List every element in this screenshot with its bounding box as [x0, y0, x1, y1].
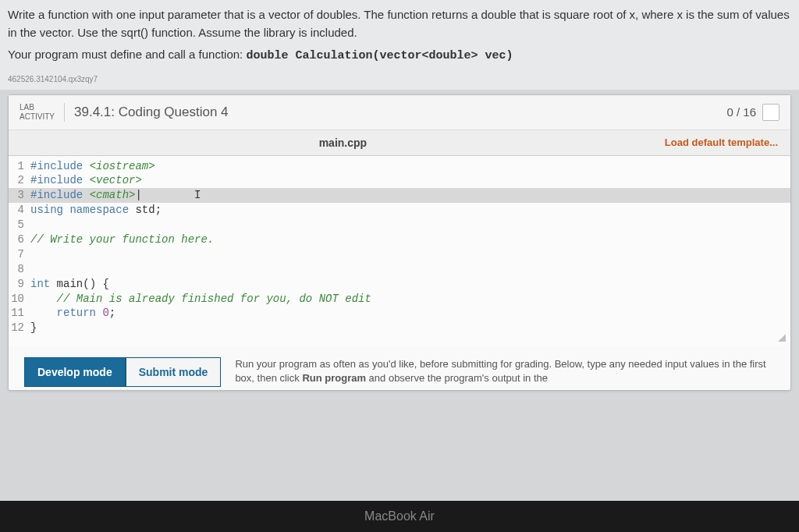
- problem-instructions: Write a function with one input paramete…: [0, 0, 799, 73]
- code-line[interactable]: 5: [9, 218, 790, 232]
- code-content[interactable]: }: [30, 321, 37, 335]
- mode-help-text: Run your program as often as you'd like,…: [221, 357, 775, 385]
- line-number: 11: [9, 306, 30, 321]
- code-line[interactable]: 11 return 0;: [9, 306, 790, 321]
- code-line[interactable]: 12}: [9, 321, 790, 335]
- code-line[interactable]: 3#include <cmath>| I: [9, 188, 790, 203]
- line-number: 10: [9, 292, 30, 307]
- laptop-bezel: MacBook Air: [0, 501, 799, 532]
- line-number: 9: [9, 277, 30, 292]
- code-content[interactable]: #include <cmath>| I: [30, 188, 201, 203]
- function-signature: double Calculation(vector<double> vec): [246, 49, 513, 62]
- line-number: 5: [9, 218, 30, 232]
- lab-activity-label: LAB ACTIVITY: [20, 103, 65, 122]
- submit-mode-button[interactable]: Submit mode: [126, 357, 222, 387]
- line-number: 12: [9, 321, 30, 335]
- code-line[interactable]: 1#include <iostream>: [9, 159, 790, 174]
- lab-score: 0 / 16: [726, 105, 756, 119]
- code-content[interactable]: #include <iostream>: [30, 159, 155, 174]
- code-line[interactable]: 9int main() {: [9, 277, 790, 292]
- code-line[interactable]: 8: [9, 262, 790, 277]
- problem-id: 462526.3142104.qx3zqy7: [0, 73, 799, 90]
- code-content[interactable]: // Write your function here.: [30, 232, 214, 247]
- line-number: 8: [9, 262, 30, 277]
- code-content[interactable]: #include <vector>: [30, 173, 142, 188]
- code-editor[interactable]: 1#include <iostream>2#include <vector>3#…: [9, 156, 790, 346]
- line-number: 4: [9, 203, 30, 218]
- instruction-line-2: Your program must define and call a func…: [8, 46, 791, 66]
- resize-handle-icon[interactable]: [778, 334, 786, 342]
- lab-header: LAB ACTIVITY 39.4.1: Coding Question 4 0…: [9, 95, 790, 130]
- line-number: 2: [9, 173, 30, 188]
- file-name: main.cpp: [21, 137, 665, 149]
- lab-panel: LAB ACTIVITY 39.4.1: Coding Question 4 0…: [8, 94, 791, 392]
- code-content[interactable]: using namespace std;: [30, 203, 162, 218]
- instruction-line-1: Write a function with one input paramete…: [8, 6, 791, 41]
- code-line[interactable]: 2#include <vector>: [9, 173, 790, 188]
- code-content[interactable]: return 0;: [30, 306, 115, 321]
- line-number: 6: [9, 232, 30, 247]
- code-line[interactable]: 7: [9, 247, 790, 262]
- code-line[interactable]: 4using namespace std;: [9, 203, 790, 218]
- mode-bar: Develop mode Submit mode Run your progra…: [9, 345, 790, 390]
- develop-mode-button[interactable]: Develop mode: [24, 357, 126, 387]
- file-header: main.cpp Load default template...: [9, 130, 790, 156]
- load-default-template-link[interactable]: Load default template...: [665, 137, 778, 148]
- laptop-model-label: MacBook Air: [364, 509, 435, 523]
- line-number: 3: [9, 188, 30, 203]
- code-line[interactable]: 6// Write your function here.: [9, 232, 790, 247]
- code-content[interactable]: int main() {: [30, 277, 109, 292]
- line-number: 7: [9, 247, 30, 262]
- expand-button[interactable]: [762, 104, 779, 121]
- code-content[interactable]: // Main is already finished for you, do …: [30, 292, 371, 307]
- lab-title: 39.4.1: Coding Question 4: [74, 105, 726, 120]
- line-number: 1: [9, 159, 30, 174]
- code-line[interactable]: 10 // Main is already finished for you, …: [9, 292, 790, 307]
